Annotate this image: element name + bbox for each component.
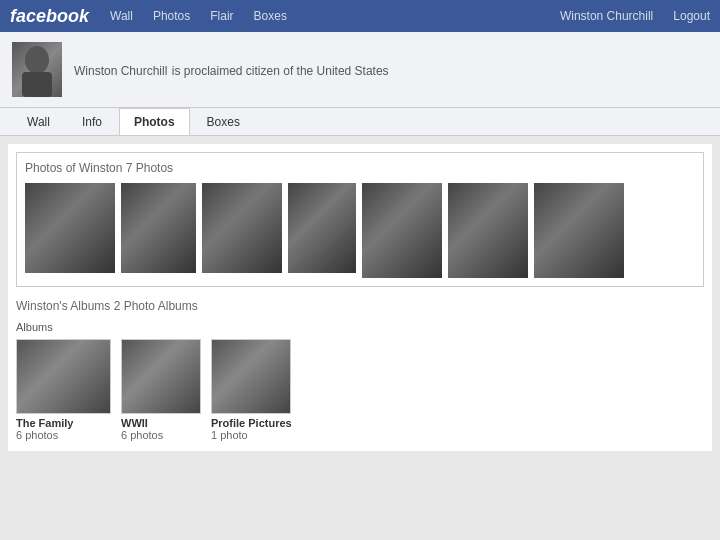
photo-thumb-3[interactable] — [202, 183, 282, 273]
photo-thumb-4[interactable] — [288, 183, 356, 273]
album-item-family[interactable]: The Family 6 photos — [16, 339, 111, 441]
photo-thumb-5[interactable] — [362, 183, 442, 278]
profile-header: Winston Churchill is proclaimed citizen … — [0, 32, 720, 108]
albums-sub-label: Albums — [16, 321, 704, 333]
main-content: Photos of Winston 7 Photos Winston's Alb… — [8, 144, 712, 451]
tab-bar: Wall Info Photos Boxes — [0, 108, 720, 136]
avatar-image — [12, 42, 62, 97]
photo-thumb-6[interactable] — [448, 183, 528, 278]
album-item-wwii[interactable]: WWII 6 photos — [121, 339, 201, 441]
albums-section-header: Winston's Albums 2 Photo Albums — [16, 299, 704, 313]
photo-thumb-1[interactable] — [25, 183, 115, 273]
nav-profile-name[interactable]: Winston Churchill — [560, 9, 653, 23]
album-count-wwii: 6 photos — [121, 429, 201, 441]
brand-logo: facebook — [10, 6, 110, 27]
top-navigation: facebook Wall Photos Flair Boxes Winston… — [0, 0, 720, 32]
album-count-profile: 1 photo — [211, 429, 292, 441]
nav-photos[interactable]: Photos — [153, 9, 190, 23]
nav-right-links: Winston Churchill Logout — [560, 9, 710, 23]
album-name-wwii: WWII — [121, 417, 201, 429]
tab-info[interactable]: Info — [67, 108, 117, 135]
albums-count: 2 Photo Albums — [114, 299, 198, 313]
tab-photos[interactable]: Photos — [119, 108, 190, 135]
photo-thumb-7[interactable] — [534, 183, 624, 278]
tab-boxes[interactable]: Boxes — [192, 108, 255, 135]
albums-section: Winston's Albums 2 Photo Albums Albums T… — [16, 297, 704, 443]
tab-wall[interactable]: Wall — [12, 108, 65, 135]
photos-count: 7 Photos — [126, 161, 173, 175]
nav-flair[interactable]: Flair — [210, 9, 233, 23]
svg-point-0 — [25, 46, 49, 74]
profile-name: Winston Churchill is proclaimed citizen … — [74, 61, 389, 79]
photos-grid — [25, 183, 695, 278]
avatar — [12, 42, 62, 97]
photo-thumb-2[interactable] — [121, 183, 196, 273]
svg-rect-1 — [22, 72, 52, 97]
album-name-profile: Profile Pictures — [211, 417, 292, 429]
album-name-family: The Family — [16, 417, 111, 429]
album-count-family: 6 photos — [16, 429, 111, 441]
albums-grid: The Family 6 photos WWII 6 photos Profil… — [16, 339, 704, 441]
photos-section: Photos of Winston 7 Photos — [16, 152, 704, 287]
nav-logout[interactable]: Logout — [673, 9, 710, 23]
nav-boxes[interactable]: Boxes — [254, 9, 287, 23]
profile-info: Winston Churchill is proclaimed citizen … — [74, 61, 389, 79]
nav-links: Wall Photos Flair Boxes — [110, 9, 560, 23]
profile-status: is proclaimed citizen of the United Stat… — [172, 64, 389, 78]
nav-wall[interactable]: Wall — [110, 9, 133, 23]
photos-section-header: Photos of Winston 7 Photos — [25, 161, 695, 175]
album-item-profile[interactable]: Profile Pictures 1 photo — [211, 339, 292, 441]
